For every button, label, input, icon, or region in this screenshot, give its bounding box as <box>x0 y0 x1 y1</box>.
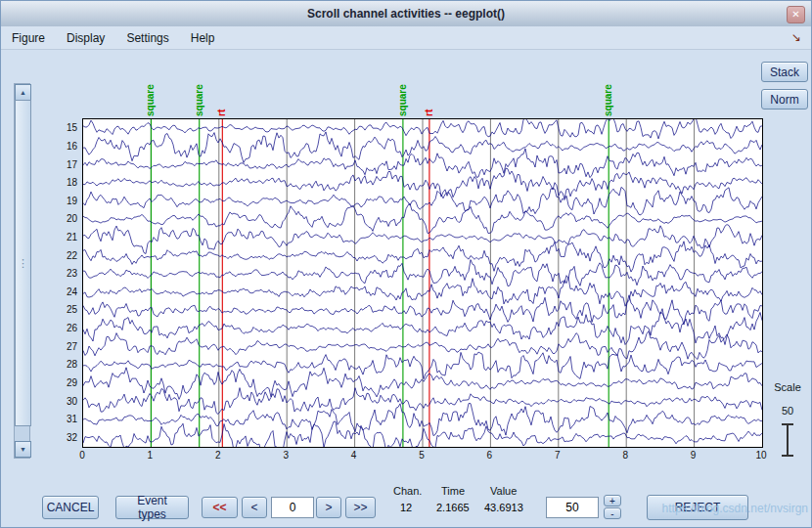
reject-button[interactable]: REJECT <box>647 495 748 520</box>
event-marker-label: square <box>145 84 156 116</box>
menu-settings[interactable]: Settings <box>115 28 179 48</box>
channel-label: 15 <box>67 122 77 133</box>
scale-increase-button[interactable]: + <box>604 495 621 506</box>
scrollbar-thumb-grip-icon: ⋮ <box>18 258 28 269</box>
value-value: 43.6913 <box>484 502 523 513</box>
time-tick-label: 9 <box>691 450 697 461</box>
forward-fast-button[interactable]: >> <box>345 497 376 518</box>
channel-label: 27 <box>67 341 77 352</box>
time-tick-label: 1 <box>148 450 154 461</box>
scale-input[interactable] <box>546 497 599 518</box>
scroll-down-icon: ▼ <box>20 446 26 453</box>
value-label: Value <box>490 485 517 497</box>
channel-label: 17 <box>67 159 77 170</box>
time-tick-label: 0 <box>79 450 85 461</box>
channel-label: 32 <box>67 432 77 443</box>
close-button[interactable]: ✕ <box>787 6 805 23</box>
time-tick-label: 3 <box>283 450 289 461</box>
cancel-button[interactable]: CANCEL <box>42 496 99 519</box>
eegplot-window: Scroll channel activities -- eegplot() ✕… <box>0 0 812 528</box>
event-marker-label: rt <box>423 110 433 116</box>
scroll-up-icon: ▲ <box>20 89 26 96</box>
event-marker-label: rt <box>216 110 227 116</box>
chan-label: Chan. <box>393 485 422 497</box>
channel-label: 31 <box>67 414 77 424</box>
menu-corner-icon[interactable]: ↘ <box>791 30 801 44</box>
time-tick-label: 4 <box>351 450 357 461</box>
rewind-fast-button[interactable]: << <box>202 497 238 518</box>
scrollbar-thumb[interactable]: ⋮ <box>15 100 31 426</box>
event-marker-label: square <box>193 84 203 116</box>
channel-label: 19 <box>67 196 77 206</box>
forward-button[interactable]: > <box>316 497 341 518</box>
channel-label: 21 <box>67 232 77 242</box>
position-input[interactable] <box>271 497 314 518</box>
menu-display[interactable]: Display <box>56 28 115 48</box>
eeg-plot-area[interactable] <box>82 118 763 448</box>
time-value: 2.1665 <box>436 502 470 513</box>
scrollbar-down-button[interactable]: ▼ <box>15 441 31 458</box>
channel-label: 24 <box>67 286 77 297</box>
time-label: Time <box>441 485 465 497</box>
menu-figure[interactable]: Figure <box>1 28 56 48</box>
scrollbar-up-button[interactable]: ▲ <box>15 84 31 101</box>
event-marker-label: square <box>603 84 613 116</box>
channel-axis-labels: 151617181920212223242526272829303132 <box>56 119 79 447</box>
menubar: Figure Display Settings Help ↘ <box>1 26 811 50</box>
scale-value: 50 <box>766 405 809 417</box>
scale-decrease-button[interactable]: - <box>604 507 621 519</box>
time-tick-label: 8 <box>622 450 628 461</box>
time-axis-labels: 012345678910 <box>82 450 763 463</box>
time-tick-label: 5 <box>419 450 425 461</box>
channel-label: 18 <box>67 177 77 188</box>
vertical-scrollbar[interactable]: ▲ ⋮ ▼ <box>14 83 30 459</box>
chan-value: 12 <box>400 502 412 513</box>
eeg-traces[interactable] <box>83 119 762 447</box>
event-marker-label: square <box>396 84 407 116</box>
channel-label: 20 <box>67 213 77 224</box>
time-tick-label: 10 <box>755 450 766 461</box>
window-title: Scroll channel activities -- eegplot() <box>307 7 505 21</box>
channel-label: 29 <box>67 377 77 388</box>
rewind-button[interactable]: < <box>242 497 267 518</box>
close-icon: ✕ <box>791 10 799 20</box>
channel-label: 30 <box>67 396 77 407</box>
titlebar[interactable]: Scroll channel activities -- eegplot() ✕ <box>1 1 811 27</box>
scale-ibeam-icon <box>780 423 795 457</box>
menu-help[interactable]: Help <box>180 28 226 48</box>
channel-label: 26 <box>67 323 77 333</box>
channel-label: 28 <box>67 359 77 370</box>
time-tick-label: 2 <box>215 450 221 461</box>
scale-label: Scale <box>766 381 809 393</box>
time-tick-label: 6 <box>487 450 493 461</box>
time-tick-label: 7 <box>555 450 561 461</box>
channel-label: 22 <box>67 250 77 261</box>
channel-label: 25 <box>67 304 77 315</box>
stack-button[interactable]: Stack <box>761 62 808 82</box>
channel-label: 23 <box>67 268 77 279</box>
event-types-button[interactable]: Event types <box>115 496 189 519</box>
norm-button[interactable]: Norm <box>761 89 808 110</box>
channel-label: 16 <box>67 141 77 152</box>
